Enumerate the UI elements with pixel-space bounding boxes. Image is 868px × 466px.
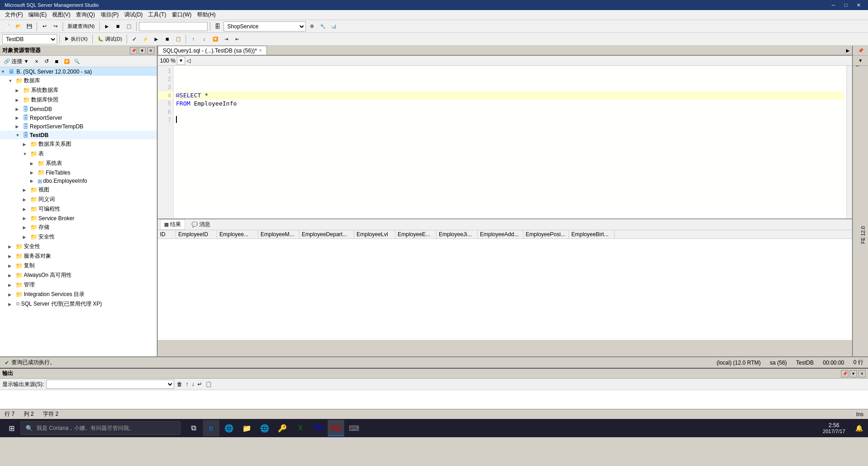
rep-toggle[interactable]: ▶ [8,264,16,268]
rs-toggle[interactable]: ▶ [16,116,23,120]
output-clear-btn[interactable]: 🗑 [176,380,183,389]
syn-toggle[interactable]: ▶ [23,197,30,202]
sort-asc-btn[interactable]: ↑ [188,34,198,44]
output-close-btn[interactable]: ✕ [858,370,866,377]
output-source-select[interactable] [46,380,174,389]
output-copy[interactable]: 📋 [205,380,213,389]
tree-sysdb[interactable]: ▶ 📁 系统数据库 [0,85,157,95]
editor-scrollbar[interactable] [847,66,852,218]
tab-scroll-right[interactable]: ▶ [844,48,852,53]
taskbar-task-view[interactable]: ⧉ [185,420,202,436]
taskbar-edge[interactable]: e [203,420,219,436]
tree-replication[interactable]: ▶ 📁 复制 [0,261,157,270]
tree-management[interactable]: ▶ 📁 管理 [0,280,157,290]
menu-item-tools[interactable]: 工具(T) [145,10,169,20]
refresh-btn[interactable]: ↺ [42,57,51,66]
minimize-btn[interactable]: ─ [829,2,838,8]
db-dropdown[interactable]: TestDB [2,34,57,44]
diag-toggle[interactable]: ▶ [23,142,30,147]
tree-security-db[interactable]: ▶ 📁 安全性 [0,232,157,242]
taskbar-app2[interactable]: X [292,420,309,436]
oe-search-btn[interactable]: 🔍 [72,57,81,66]
oe-dropdown-btn[interactable]: ▼ [138,47,146,54]
tree-storage[interactable]: ▶ 📁 存储 [0,222,157,232]
outdent-btn[interactable]: ⇤ [232,34,242,44]
tree-server-node[interactable]: ▼ 🖥 B. (SQL Server 12.0.2000 - sa) [0,67,157,76]
sysdb-toggle[interactable]: ▶ [16,88,23,93]
views-toggle[interactable]: ▶ [23,188,30,192]
exec-btn2[interactable]: ▶ [151,34,161,44]
maximize-btn[interactable]: □ [841,2,850,8]
db-toggle[interactable]: ▼ [8,79,16,83]
code-editor[interactable]: 1 2 3 4 5 6 7 ⊟SELECT * FROM EmployeeInf… [158,66,852,219]
tree-synonyms[interactable]: ▶ 📁 同义词 [0,195,157,204]
tree-filetables[interactable]: ▶ 📁 FileTables [0,168,157,177]
taskbar-explorer[interactable]: 📁 [239,420,255,436]
testdb-toggle[interactable]: ▼ [16,133,23,138]
ao-toggle[interactable]: ▶ [8,273,16,278]
tree-testdb[interactable]: ▼ 🗄 TestDB [0,131,157,139]
new-file-btn[interactable]: 📄 [2,21,12,32]
tree-reportservertempdb[interactable]: ▶ 🗄 ReportServerTempDB [0,122,157,131]
menu-item-window[interactable]: 窗口(W) [169,10,194,20]
check-btn[interactable]: ✓ [129,34,139,44]
query-tab[interactable]: SQLQuery1.sql - (...).TestDB (sa (56))* … [158,46,267,55]
sort-desc-btn[interactable]: ↓ [199,34,209,44]
tree-systables[interactable]: ▶ 📁 系统表 [0,159,157,168]
tree-alwayson[interactable]: ▶ 📁 AlwaysOn 高可用性 [0,270,157,280]
sb-toggle[interactable]: ▶ [23,216,30,221]
tree-databases[interactable]: ▼ 📁 数据库 [0,76,157,85]
parse-btn[interactable]: ⚡ [140,34,150,44]
secdb-toggle[interactable]: ▶ [23,235,30,239]
tree-security[interactable]: ▶ 📁 安全性 [0,242,157,251]
toolbar-btn-b[interactable]: ⏹ [113,21,123,32]
menu-item-query[interactable]: 查询(Q) [73,10,97,20]
taskbar-app4[interactable]: SQL [328,420,344,436]
toolbar-right-btn3[interactable]: 📊 [329,21,339,32]
agent-toggle[interactable]: ▶ [8,302,16,307]
tree-tables[interactable]: ▼ 📁 表 [0,149,157,159]
server-toggle[interactable]: ▼ [1,69,8,74]
connect-btn[interactable]: 🔗 连接 ▼ [1,57,31,66]
emp-toggle[interactable]: ▶ [30,179,37,183]
results-tab-messages[interactable]: 💬 消息 [187,219,214,230]
tree-serverobjects[interactable]: ▶ 📁 服务器对象 [0,251,157,261]
snapshot-toggle[interactable]: ▶ [16,98,23,102]
demodb-toggle[interactable]: ▶ [16,107,23,111]
menu-item-project[interactable]: 项目(P) [98,10,122,20]
results-tab-results[interactable]: ▦ 结果 [160,219,185,230]
ft-toggle[interactable]: ▶ [30,170,37,175]
oe-filter-btn[interactable]: 🔽 [62,57,71,66]
tree-integration[interactable]: ▶ 📁 Integration Services 目录 [0,290,157,299]
notification-area[interactable]: 🔔 [852,419,866,437]
close-btn[interactable]: ✕ [854,2,863,8]
output-word-wrap[interactable]: ↵ [197,380,202,389]
tree-dbdiagram[interactable]: ▶ 📁 数据库关系图 [0,139,157,149]
stor-toggle[interactable]: ▶ [23,225,30,230]
right-panel-pin[interactable]: 📌 [853,46,868,56]
taskbar-app1[interactable]: 🔑 [274,420,291,436]
new-query-btn[interactable]: 新建查询(N) [65,21,97,32]
open-btn[interactable]: 📂 [13,21,23,32]
disconnect-btn[interactable]: ✕ [32,57,41,66]
save-btn[interactable]: 💾 [24,21,34,32]
stop-activity-btn[interactable]: ⏹ [52,57,61,66]
start-btn[interactable]: ⊞ [2,419,21,437]
right-panel-dropdown[interactable]: ▼ [853,56,868,66]
tree-servicebroker[interactable]: ▶ 📁 Service Broker [0,214,157,222]
oe-close-btn[interactable]: ✕ [147,47,154,54]
is-toggle[interactable]: ▶ [8,292,16,297]
tree-views[interactable]: ▶ 📁 视图 [0,185,157,195]
toolbar-right-btn2[interactable]: 🔧 [318,21,328,32]
oe-pin-btn[interactable]: 📌 [130,47,137,54]
database-icon-btn[interactable]: 🗄 [213,21,223,32]
tree-demodb[interactable]: ▶ 🗄 DemoDB [0,105,157,113]
toolbar-btn-c[interactable]: 📋 [124,21,134,32]
taskbar-app5[interactable]: ⌨ [346,420,362,436]
tree-reportserver[interactable]: ▶ 🗄 ReportServer [0,113,157,122]
menu-item-file[interactable]: 文件(F) [2,10,26,20]
menu-item-help[interactable]: 帮助(H) [194,10,218,20]
sec-toggle[interactable]: ▶ [8,244,16,249]
taskbar-search[interactable]: 🔍 我是 Cortana，小娜。有问题尽管问我。 [21,421,181,435]
results-to-btn[interactable]: 📋 [173,34,183,44]
